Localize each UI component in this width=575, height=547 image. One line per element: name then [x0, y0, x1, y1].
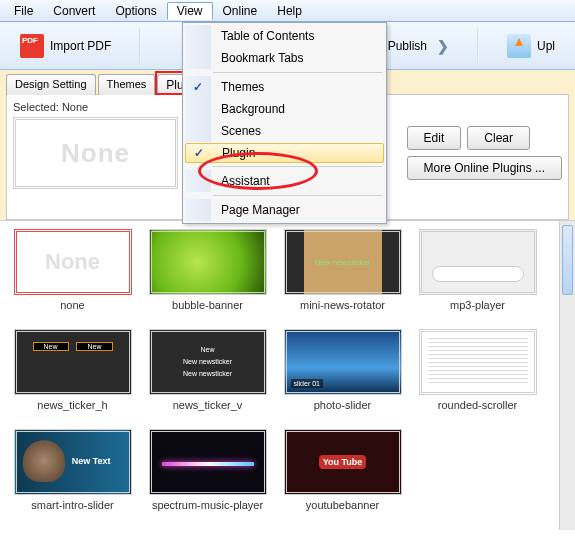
list-item: photo-slider [280, 329, 405, 411]
scrollbar-thumb[interactable] [562, 225, 573, 295]
pdf-icon [20, 34, 44, 58]
menu-item-label: Assistant [211, 174, 270, 188]
menu-item-background[interactable]: Background [185, 98, 384, 120]
menu-separator [213, 72, 382, 73]
import-pdf-button[interactable]: Import PDF [10, 29, 121, 63]
plugin-caption: none [60, 299, 84, 311]
none-thumb-text: None [45, 249, 100, 275]
check-icon: ✓ [194, 146, 204, 160]
plugin-caption: smart-intro-slider [31, 499, 114, 511]
plugin-thumb-smart-intro-slider[interactable] [14, 429, 132, 495]
menu-separator [213, 195, 382, 196]
plugin-grid-wrap: None none bubble-banner mini-news-rotato… [0, 220, 575, 530]
vertical-scrollbar[interactable] [559, 221, 575, 530]
toolbar-separator [139, 28, 141, 64]
menu-view[interactable]: View [167, 2, 213, 20]
plugin-thumb-spectrum-music-player[interactable] [149, 429, 267, 495]
list-item: mp3-player [415, 229, 540, 311]
menu-item-plugin[interactable]: ✓Plugin [185, 143, 384, 163]
menu-item-label: Page Manager [211, 203, 300, 217]
menu-item-themes[interactable]: ✓Themes [185, 76, 384, 98]
plugin-caption: news_ticker_v [173, 399, 243, 411]
list-item: news_ticker_h [10, 329, 135, 411]
menu-item-label: Plugin [212, 146, 255, 160]
edit-button[interactable]: Edit [407, 126, 462, 150]
chevron-right-icon: ❯ [437, 38, 449, 54]
plugin-thumb-mp3-player[interactable] [419, 229, 537, 295]
plugin-thumb-youtubebanner[interactable] [284, 429, 402, 495]
menu-item-page-manager[interactable]: Page Manager [185, 199, 384, 221]
menu-convert[interactable]: Convert [43, 2, 105, 20]
preview-none-text: None [61, 138, 130, 169]
menu-item-toc[interactable]: Table of Contents [185, 25, 384, 47]
plugin-caption: youtubebanner [306, 499, 379, 511]
plugin-thumb-bubble-banner[interactable] [149, 229, 267, 295]
publish-label: Publish [388, 39, 427, 53]
tab-themes[interactable]: Themes [98, 74, 156, 95]
menu-separator [213, 166, 382, 167]
plugin-caption: spectrum-music-player [152, 499, 263, 511]
menu-item-label: Table of Contents [211, 29, 314, 43]
upload-label: Upl [537, 39, 555, 53]
more-online-plugins-button[interactable]: More Online Plugins ... [407, 156, 562, 180]
menu-item-scenes[interactable]: Scenes [185, 120, 384, 142]
plugin-thumb-photo-slider[interactable] [284, 329, 402, 395]
plugin-thumb-news-ticker-h[interactable] [14, 329, 132, 395]
plugin-caption: photo-slider [314, 399, 371, 411]
list-item: smart-intro-slider [10, 429, 135, 511]
plugin-grid: None none bubble-banner mini-news-rotato… [10, 229, 569, 511]
list-item: news_ticker_v [145, 329, 270, 411]
menu-item-label: Themes [211, 80, 264, 94]
plugin-caption: bubble-banner [172, 299, 243, 311]
menu-item-label: Bookmark Tabs [211, 51, 303, 65]
menu-file[interactable]: File [4, 2, 43, 20]
list-item: rounded-scroller [415, 329, 540, 411]
selection-preview: None [13, 117, 178, 189]
plugin-caption: rounded-scroller [438, 399, 517, 411]
list-item: spectrum-music-player [145, 429, 270, 511]
import-pdf-label: Import PDF [50, 39, 111, 53]
list-item: mini-news-rotator [280, 229, 405, 311]
menu-options[interactable]: Options [105, 2, 166, 20]
plugin-caption: mini-news-rotator [300, 299, 385, 311]
view-menu-dropdown: Table of Contents Bookmark Tabs ✓Themes … [182, 22, 387, 224]
list-item: youtubebanner [280, 429, 405, 511]
menu-item-assistant[interactable]: Assistant [185, 170, 384, 192]
plugin-caption: news_ticker_h [37, 399, 107, 411]
plugin-thumb-mini-news-rotator[interactable] [284, 229, 402, 295]
plugin-thumb-news-ticker-v[interactable] [149, 329, 267, 395]
plugin-caption: mp3-player [450, 299, 505, 311]
menu-online[interactable]: Online [213, 2, 268, 20]
check-icon: ✓ [193, 80, 203, 94]
tab-design-setting[interactable]: Design Setting [6, 74, 96, 95]
list-item: None none [10, 229, 135, 311]
plugin-thumb-none[interactable]: None [14, 229, 132, 295]
clear-button[interactable]: Clear [467, 126, 530, 150]
toolbar-separator [477, 28, 479, 64]
list-item: bubble-banner [145, 229, 270, 311]
upload-icon [507, 34, 531, 58]
menu-bar: File Convert Options View Online Help [0, 0, 575, 22]
menu-item-label: Scenes [211, 124, 261, 138]
menu-help[interactable]: Help [267, 2, 312, 20]
upload-button[interactable]: Upl [497, 29, 565, 63]
menu-item-label: Background [211, 102, 285, 116]
menu-item-bookmark-tabs[interactable]: Bookmark Tabs [185, 47, 384, 69]
plugin-thumb-rounded-scroller[interactable] [419, 329, 537, 395]
